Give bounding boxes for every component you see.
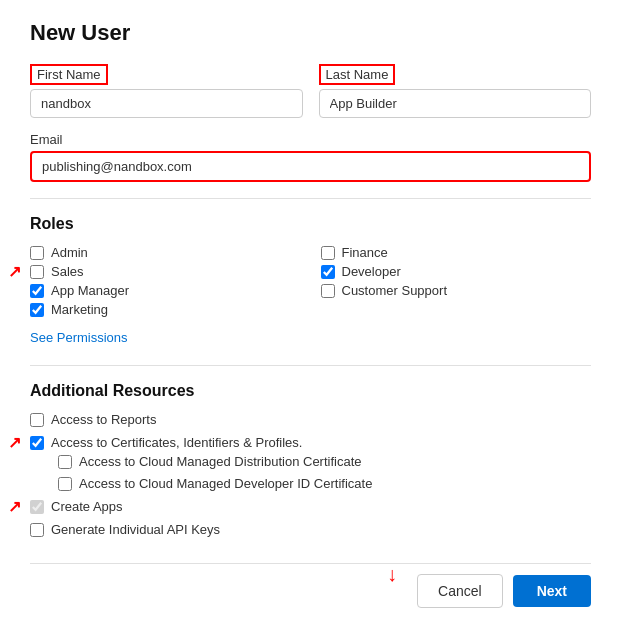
- roles-left-col: Admin ↗ Sales App Manager Marketing: [30, 243, 301, 319]
- certificates-arrow: ↗: [8, 433, 21, 452]
- resource-cloud-developer: Access to Cloud Managed Developer ID Cer…: [58, 474, 591, 493]
- first-name-input[interactable]: [30, 89, 303, 118]
- last-name-input[interactable]: [319, 89, 592, 118]
- resource-cloud-distribution-checkbox[interactable]: [58, 455, 72, 469]
- role-developer: Developer: [321, 262, 592, 281]
- role-customer-support: Customer Support: [321, 281, 592, 300]
- see-permissions-link[interactable]: See Permissions: [30, 330, 128, 345]
- roles-section: Roles Admin ↗ Sales App Manager Marketin…: [30, 215, 591, 349]
- role-marketing-checkbox[interactable]: [30, 303, 44, 317]
- email-group: Email: [30, 132, 591, 182]
- sales-arrow: ↗: [8, 262, 21, 281]
- create-apps-arrow: ↗: [8, 497, 21, 516]
- role-sales-checkbox[interactable]: [30, 265, 44, 279]
- role-marketing-label: Marketing: [51, 302, 108, 317]
- role-admin: Admin: [30, 243, 301, 262]
- resource-certificates: ↗ Access to Certificates, Identifiers & …: [30, 433, 591, 452]
- email-row: Email: [30, 132, 591, 182]
- resource-api-keys: Generate Individual API Keys: [30, 520, 591, 539]
- resource-cloud-distribution-label: Access to Cloud Managed Distribution Cer…: [79, 454, 362, 469]
- resource-certificates-group: ↗ Access to Certificates, Identifiers & …: [30, 433, 591, 493]
- footer-actions: ↓ Cancel Next: [30, 563, 591, 608]
- last-name-group: Last Name: [319, 64, 592, 118]
- additional-resources-section: Additional Resources Access to Reports ↗…: [30, 382, 591, 539]
- role-sales: ↗ Sales: [30, 262, 301, 281]
- roles-grid: Admin ↗ Sales App Manager Marketing Fina…: [30, 243, 591, 319]
- role-app-manager-checkbox[interactable]: [30, 284, 44, 298]
- role-sales-label: Sales: [51, 264, 84, 279]
- next-button[interactable]: Next: [513, 575, 591, 607]
- role-marketing: Marketing: [30, 300, 301, 319]
- resource-certificates-label: Access to Certificates, Identifiers & Pr…: [51, 435, 302, 450]
- last-name-label: Last Name: [319, 64, 396, 85]
- role-developer-label: Developer: [342, 264, 401, 279]
- resource-access-reports: Access to Reports: [30, 410, 591, 429]
- resource-api-keys-checkbox[interactable]: [30, 523, 44, 537]
- role-admin-checkbox[interactable]: [30, 246, 44, 260]
- resource-access-reports-checkbox[interactable]: [30, 413, 44, 427]
- resource-cloud-distribution: Access to Cloud Managed Distribution Cer…: [58, 452, 591, 471]
- roles-right-col: Finance Developer Customer Support: [321, 243, 592, 319]
- resource-access-reports-label: Access to Reports: [51, 412, 157, 427]
- role-app-manager-label: App Manager: [51, 283, 129, 298]
- role-customer-support-label: Customer Support: [342, 283, 448, 298]
- first-name-group: First Name: [30, 64, 303, 118]
- resource-certificates-checkbox[interactable]: [30, 436, 44, 450]
- resource-create-apps-checkbox[interactable]: [30, 500, 44, 514]
- resource-cloud-developer-checkbox[interactable]: [58, 477, 72, 491]
- next-arrow-indicator: ↓: [387, 563, 397, 586]
- role-admin-label: Admin: [51, 245, 88, 260]
- certificates-sub-items: Access to Cloud Managed Distribution Cer…: [58, 452, 591, 493]
- role-finance-label: Finance: [342, 245, 388, 260]
- divider-1: [30, 198, 591, 199]
- first-name-label: First Name: [30, 64, 108, 85]
- resource-cloud-developer-label: Access to Cloud Managed Developer ID Cer…: [79, 476, 372, 491]
- role-customer-support-checkbox[interactable]: [321, 284, 335, 298]
- email-label: Email: [30, 132, 591, 147]
- resource-api-keys-label: Generate Individual API Keys: [51, 522, 220, 537]
- resource-create-apps: ↗ Create Apps: [30, 497, 591, 516]
- roles-section-title: Roles: [30, 215, 591, 233]
- name-row: First Name Last Name: [30, 64, 591, 118]
- cancel-button[interactable]: Cancel: [417, 574, 503, 608]
- divider-2: [30, 365, 591, 366]
- email-input[interactable]: [30, 151, 591, 182]
- resources-list: Access to Reports ↗ Access to Certificat…: [30, 410, 591, 539]
- page-title: New User: [30, 20, 591, 46]
- role-finance-checkbox[interactable]: [321, 246, 335, 260]
- role-app-manager: App Manager: [30, 281, 301, 300]
- role-finance: Finance: [321, 243, 592, 262]
- additional-resources-title: Additional Resources: [30, 382, 591, 400]
- role-developer-checkbox[interactable]: [321, 265, 335, 279]
- resource-create-apps-label: Create Apps: [51, 499, 123, 514]
